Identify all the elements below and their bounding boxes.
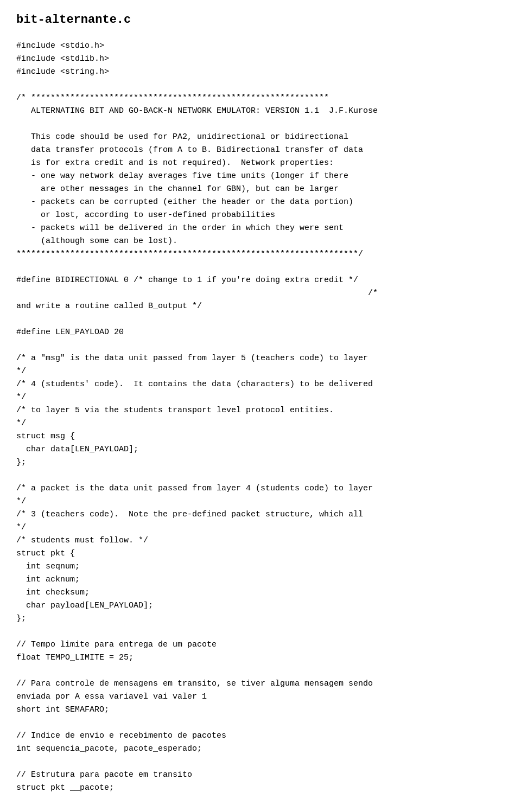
code-content: #include <stdio.h> #include <stdlib.h> #…: [16, 40, 505, 795]
page-title: bit-alternante.c: [16, 11, 505, 29]
